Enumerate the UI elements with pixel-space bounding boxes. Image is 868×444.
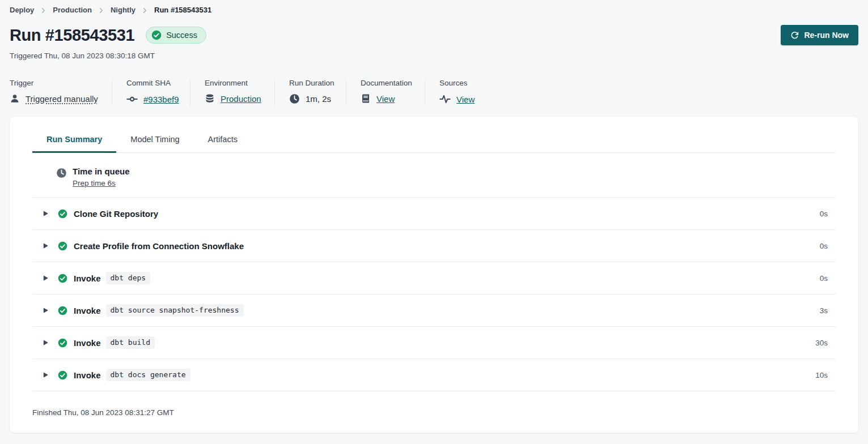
prep-time-link[interactable]: Prep time 6s	[73, 179, 116, 187]
metadata-label: Sources	[439, 79, 475, 87]
success-check-icon	[58, 274, 67, 283]
metadata-value[interactable]: Production	[221, 94, 261, 104]
expand-caret-icon[interactable]	[41, 242, 49, 250]
pulse-icon	[439, 93, 451, 105]
tab-run-summary[interactable]: Run Summary	[32, 133, 116, 153]
queue-title: Time in queue	[73, 166, 130, 176]
step-row: Invoke dbt deps 0s	[32, 262, 836, 294]
status-badge: Success	[146, 27, 206, 44]
time-in-queue-row: Time in queue Prep time 6s	[32, 153, 836, 198]
clock-icon	[56, 168, 67, 178]
expand-caret-icon[interactable]	[41, 339, 49, 347]
step-command-chip: dbt build	[106, 336, 155, 349]
step-row: Clone Git Repository 0s	[32, 198, 836, 230]
step-duration: 3s	[820, 306, 836, 315]
step-name: Invoke	[74, 338, 101, 348]
step-duration: 10s	[815, 371, 836, 379]
page-title: Run #158543531	[10, 26, 134, 45]
success-check-icon	[58, 306, 67, 315]
metadata-value-row: View	[361, 93, 425, 104]
book-icon	[361, 93, 371, 104]
success-check-icon	[151, 30, 162, 40]
refresh-icon	[790, 31, 799, 40]
breadcrumb-item-production[interactable]: Production	[53, 6, 92, 14]
title-row: Run #158543531 Success Re-run Now	[10, 25, 858, 45]
step-name: Create Profile from Connection Snowflake	[74, 241, 244, 251]
metadata-label: Trigger	[10, 79, 112, 87]
tab-model-timing[interactable]: Model Timing	[116, 133, 193, 153]
step-command-chip: dbt source snapshot-freshness	[106, 304, 244, 317]
breadcrumb-item-nightly[interactable]: Nightly	[111, 6, 136, 14]
metadata-value: 1m, 2s	[306, 94, 331, 104]
success-check-icon	[58, 338, 67, 348]
database-icon	[205, 93, 215, 104]
time-in-queue-content: Time in queue Prep time 6s	[73, 166, 130, 188]
expand-caret-icon[interactable]	[41, 307, 49, 314]
metadata-label: Commit SHA	[126, 79, 190, 87]
expand-caret-icon[interactable]	[41, 372, 49, 379]
breadcrumb-item-run-158543531[interactable]: Run #158543531	[154, 6, 211, 14]
expand-caret-icon[interactable]	[41, 275, 49, 282]
step-command-chip: dbt docs generate	[106, 369, 190, 381]
step-row: Invoke dbt build 30s	[32, 327, 836, 359]
breadcrumb: Deploy Production Nightly Run #158543531	[10, 6, 858, 14]
run-detail-page: Deploy Production Nightly Run #158543531…	[0, 0, 868, 444]
chevron-right-icon	[142, 7, 148, 14]
step-row: Invoke dbt docs generate 10s	[32, 359, 836, 391]
breadcrumb-item-deploy[interactable]: Deploy	[10, 6, 34, 14]
step-row: Create Profile from Connection Snowflake…	[32, 230, 836, 262]
metadata-value-row: View	[439, 93, 475, 105]
status-badge-label: Success	[166, 31, 197, 40]
step-duration: 0s	[820, 210, 836, 218]
success-check-icon	[58, 209, 67, 219]
run-metadata-row: Trigger Triggered manually Commit SHA #9…	[10, 79, 858, 106]
tab-bar: Run Summary Model Timing Artifacts	[32, 133, 836, 153]
metadata-label: Documentation	[361, 79, 425, 87]
metadata-column: Run Duration 1m, 2s	[289, 79, 346, 106]
tab-artifacts[interactable]: Artifacts	[194, 133, 252, 153]
metadata-label: Environment	[205, 79, 274, 87]
step-command-chip: dbt deps	[106, 272, 151, 284]
metadata-column: Trigger Triggered manually	[10, 79, 112, 106]
run-summary-card: Run Summary Model Timing Artifacts Time …	[10, 117, 858, 433]
metadata-column: Sources View	[439, 79, 475, 106]
step-name: Invoke	[74, 306, 101, 315]
page-header: Deploy Production Nightly Run #158543531…	[0, 0, 868, 106]
metadata-value[interactable]: Triggered manually	[26, 94, 98, 104]
step-name: Clone Git Repository	[74, 209, 158, 219]
commit-icon	[126, 93, 138, 105]
step-duration: 0s	[820, 274, 836, 283]
chevron-right-icon	[40, 7, 46, 14]
step-name: Invoke	[74, 370, 101, 380]
user-icon	[10, 93, 20, 104]
expand-caret-icon[interactable]	[41, 210, 49, 217]
rerun-now-button[interactable]: Re-run Now	[781, 25, 858, 45]
metadata-column: Environment Production	[205, 79, 275, 106]
success-check-icon	[58, 370, 67, 380]
chevron-right-icon	[98, 7, 104, 14]
success-check-icon	[58, 241, 67, 251]
finished-timestamp: Finished Thu, 08 Jun 2023 08:31:27 GMT	[32, 391, 836, 417]
metadata-value[interactable]: #933bef9	[143, 95, 179, 104]
steps-list: Clone Git Repository 0s Create Profile f…	[32, 198, 836, 391]
metadata-value[interactable]: View	[376, 94, 395, 104]
metadata-value[interactable]: View	[456, 95, 475, 104]
metadata-value-row: Triggered manually	[10, 93, 112, 104]
triggered-timestamp: Triggered Thu, 08 Jun 2023 08:30:18 GMT	[10, 52, 858, 60]
step-duration: 0s	[820, 242, 836, 250]
clock-icon	[289, 93, 300, 104]
step-name: Invoke	[74, 274, 101, 283]
metadata-value-row: #933bef9	[126, 93, 190, 105]
metadata-label: Run Duration	[289, 79, 346, 87]
metadata-column: Commit SHA #933bef9	[126, 79, 190, 106]
step-row: Invoke dbt source snapshot-freshness 3s	[32, 294, 836, 327]
metadata-column: Documentation View	[361, 79, 425, 106]
metadata-value-row: 1m, 2s	[289, 93, 346, 104]
step-duration: 30s	[815, 339, 836, 347]
rerun-now-label: Re-run Now	[804, 31, 849, 40]
metadata-value-row: Production	[205, 93, 274, 104]
